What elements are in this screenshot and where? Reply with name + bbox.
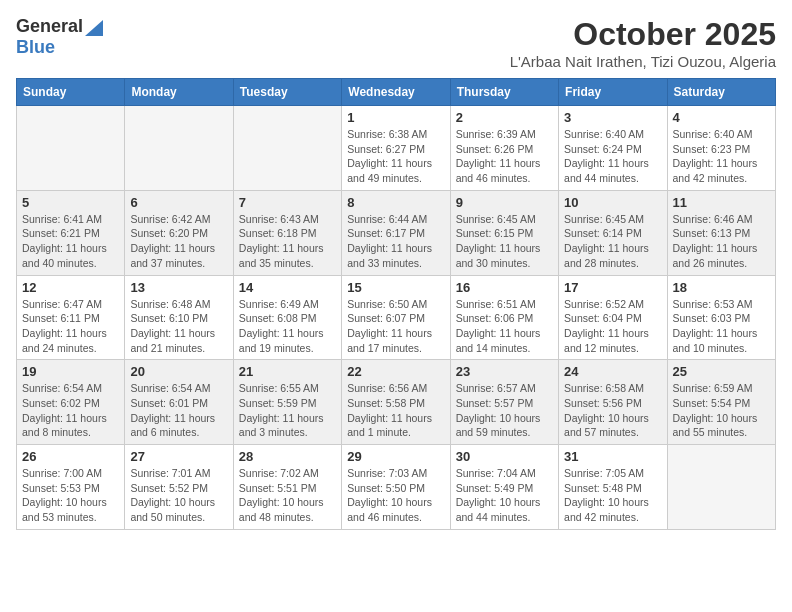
day-info: Sunrise: 6:40 AM Sunset: 6:23 PM Dayligh… — [673, 127, 770, 186]
calendar-cell: 11Sunrise: 6:46 AM Sunset: 6:13 PM Dayli… — [667, 190, 775, 275]
logo-general-text: General — [16, 16, 83, 37]
day-info: Sunrise: 7:03 AM Sunset: 5:50 PM Dayligh… — [347, 466, 444, 525]
calendar-cell: 17Sunrise: 6:52 AM Sunset: 6:04 PM Dayli… — [559, 275, 667, 360]
day-number: 11 — [673, 195, 770, 210]
day-info: Sunrise: 6:53 AM Sunset: 6:03 PM Dayligh… — [673, 297, 770, 356]
col-header-monday: Monday — [125, 79, 233, 106]
day-info: Sunrise: 6:47 AM Sunset: 6:11 PM Dayligh… — [22, 297, 119, 356]
calendar-week-row: 1Sunrise: 6:38 AM Sunset: 6:27 PM Daylig… — [17, 106, 776, 191]
day-info: Sunrise: 7:04 AM Sunset: 5:49 PM Dayligh… — [456, 466, 553, 525]
day-number: 9 — [456, 195, 553, 210]
calendar-cell: 29Sunrise: 7:03 AM Sunset: 5:50 PM Dayli… — [342, 445, 450, 530]
day-number: 27 — [130, 449, 227, 464]
day-info: Sunrise: 6:55 AM Sunset: 5:59 PM Dayligh… — [239, 381, 336, 440]
day-number: 3 — [564, 110, 661, 125]
calendar-cell: 3Sunrise: 6:40 AM Sunset: 6:24 PM Daylig… — [559, 106, 667, 191]
col-header-wednesday: Wednesday — [342, 79, 450, 106]
col-header-thursday: Thursday — [450, 79, 558, 106]
calendar-cell: 8Sunrise: 6:44 AM Sunset: 6:17 PM Daylig… — [342, 190, 450, 275]
calendar-cell: 28Sunrise: 7:02 AM Sunset: 5:51 PM Dayli… — [233, 445, 341, 530]
calendar-week-row: 12Sunrise: 6:47 AM Sunset: 6:11 PM Dayli… — [17, 275, 776, 360]
day-number: 15 — [347, 280, 444, 295]
day-info: Sunrise: 6:38 AM Sunset: 6:27 PM Dayligh… — [347, 127, 444, 186]
calendar-cell: 25Sunrise: 6:59 AM Sunset: 5:54 PM Dayli… — [667, 360, 775, 445]
page-header: General Blue October 2025 L'Arbaa Nait I… — [16, 16, 776, 70]
col-header-tuesday: Tuesday — [233, 79, 341, 106]
calendar-cell — [125, 106, 233, 191]
calendar-cell — [17, 106, 125, 191]
calendar-cell: 9Sunrise: 6:45 AM Sunset: 6:15 PM Daylig… — [450, 190, 558, 275]
calendar-cell: 21Sunrise: 6:55 AM Sunset: 5:59 PM Dayli… — [233, 360, 341, 445]
calendar-cell: 2Sunrise: 6:39 AM Sunset: 6:26 PM Daylig… — [450, 106, 558, 191]
calendar-cell: 10Sunrise: 6:45 AM Sunset: 6:14 PM Dayli… — [559, 190, 667, 275]
day-number: 12 — [22, 280, 119, 295]
day-info: Sunrise: 6:56 AM Sunset: 5:58 PM Dayligh… — [347, 381, 444, 440]
day-number: 24 — [564, 364, 661, 379]
logo-blue-text: Blue — [16, 37, 55, 58]
day-number: 30 — [456, 449, 553, 464]
calendar-cell: 18Sunrise: 6:53 AM Sunset: 6:03 PM Dayli… — [667, 275, 775, 360]
calendar-cell: 23Sunrise: 6:57 AM Sunset: 5:57 PM Dayli… — [450, 360, 558, 445]
day-number: 19 — [22, 364, 119, 379]
calendar-cell: 5Sunrise: 6:41 AM Sunset: 6:21 PM Daylig… — [17, 190, 125, 275]
calendar-cell: 4Sunrise: 6:40 AM Sunset: 6:23 PM Daylig… — [667, 106, 775, 191]
day-number: 16 — [456, 280, 553, 295]
day-info: Sunrise: 6:45 AM Sunset: 6:14 PM Dayligh… — [564, 212, 661, 271]
col-header-sunday: Sunday — [17, 79, 125, 106]
calendar-cell: 1Sunrise: 6:38 AM Sunset: 6:27 PM Daylig… — [342, 106, 450, 191]
day-info: Sunrise: 7:00 AM Sunset: 5:53 PM Dayligh… — [22, 466, 119, 525]
day-number: 13 — [130, 280, 227, 295]
calendar-cell: 7Sunrise: 6:43 AM Sunset: 6:18 PM Daylig… — [233, 190, 341, 275]
day-number: 31 — [564, 449, 661, 464]
day-info: Sunrise: 6:45 AM Sunset: 6:15 PM Dayligh… — [456, 212, 553, 271]
calendar-cell: 14Sunrise: 6:49 AM Sunset: 6:08 PM Dayli… — [233, 275, 341, 360]
calendar-cell: 13Sunrise: 6:48 AM Sunset: 6:10 PM Dayli… — [125, 275, 233, 360]
calendar-cell: 16Sunrise: 6:51 AM Sunset: 6:06 PM Dayli… — [450, 275, 558, 360]
day-info: Sunrise: 6:43 AM Sunset: 6:18 PM Dayligh… — [239, 212, 336, 271]
day-info: Sunrise: 6:49 AM Sunset: 6:08 PM Dayligh… — [239, 297, 336, 356]
day-number: 5 — [22, 195, 119, 210]
day-number: 25 — [673, 364, 770, 379]
day-info: Sunrise: 6:57 AM Sunset: 5:57 PM Dayligh… — [456, 381, 553, 440]
day-info: Sunrise: 6:50 AM Sunset: 6:07 PM Dayligh… — [347, 297, 444, 356]
day-info: Sunrise: 6:52 AM Sunset: 6:04 PM Dayligh… — [564, 297, 661, 356]
day-info: Sunrise: 6:42 AM Sunset: 6:20 PM Dayligh… — [130, 212, 227, 271]
day-number: 8 — [347, 195, 444, 210]
day-info: Sunrise: 7:02 AM Sunset: 5:51 PM Dayligh… — [239, 466, 336, 525]
calendar-week-row: 26Sunrise: 7:00 AM Sunset: 5:53 PM Dayli… — [17, 445, 776, 530]
day-number: 28 — [239, 449, 336, 464]
calendar-cell: 12Sunrise: 6:47 AM Sunset: 6:11 PM Dayli… — [17, 275, 125, 360]
day-info: Sunrise: 6:46 AM Sunset: 6:13 PM Dayligh… — [673, 212, 770, 271]
day-number: 1 — [347, 110, 444, 125]
logo: General Blue — [16, 16, 103, 58]
day-number: 10 — [564, 195, 661, 210]
day-number: 21 — [239, 364, 336, 379]
calendar-cell: 20Sunrise: 6:54 AM Sunset: 6:01 PM Dayli… — [125, 360, 233, 445]
title-area: October 2025 L'Arbaa Nait Irathen, Tizi … — [510, 16, 776, 70]
svg-marker-0 — [85, 20, 103, 36]
day-info: Sunrise: 6:39 AM Sunset: 6:26 PM Dayligh… — [456, 127, 553, 186]
day-number: 17 — [564, 280, 661, 295]
calendar-cell: 6Sunrise: 6:42 AM Sunset: 6:20 PM Daylig… — [125, 190, 233, 275]
day-info: Sunrise: 6:58 AM Sunset: 5:56 PM Dayligh… — [564, 381, 661, 440]
day-info: Sunrise: 6:40 AM Sunset: 6:24 PM Dayligh… — [564, 127, 661, 186]
calendar-cell: 30Sunrise: 7:04 AM Sunset: 5:49 PM Dayli… — [450, 445, 558, 530]
day-number: 7 — [239, 195, 336, 210]
day-info: Sunrise: 6:54 AM Sunset: 6:01 PM Dayligh… — [130, 381, 227, 440]
calendar-cell: 31Sunrise: 7:05 AM Sunset: 5:48 PM Dayli… — [559, 445, 667, 530]
day-number: 18 — [673, 280, 770, 295]
day-number: 20 — [130, 364, 227, 379]
day-number: 4 — [673, 110, 770, 125]
calendar-week-row: 19Sunrise: 6:54 AM Sunset: 6:02 PM Dayli… — [17, 360, 776, 445]
calendar-cell: 22Sunrise: 6:56 AM Sunset: 5:58 PM Dayli… — [342, 360, 450, 445]
day-number: 23 — [456, 364, 553, 379]
calendar-table: SundayMondayTuesdayWednesdayThursdayFrid… — [16, 78, 776, 530]
col-header-friday: Friday — [559, 79, 667, 106]
logo-triangle-icon — [85, 20, 103, 36]
day-info: Sunrise: 6:48 AM Sunset: 6:10 PM Dayligh… — [130, 297, 227, 356]
calendar-cell: 27Sunrise: 7:01 AM Sunset: 5:52 PM Dayli… — [125, 445, 233, 530]
day-number: 2 — [456, 110, 553, 125]
day-info: Sunrise: 6:41 AM Sunset: 6:21 PM Dayligh… — [22, 212, 119, 271]
calendar-cell — [667, 445, 775, 530]
day-info: Sunrise: 6:44 AM Sunset: 6:17 PM Dayligh… — [347, 212, 444, 271]
